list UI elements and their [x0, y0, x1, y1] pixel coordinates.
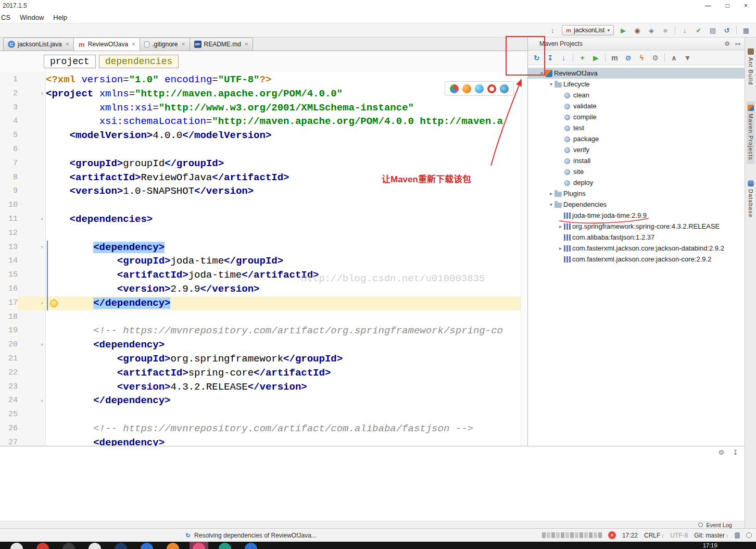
maven-settings-icon[interactable]: ⚙ — [651, 54, 660, 62]
menu-item-help[interactable]: Help — [48, 13, 72, 22]
tree-item-com.fasterxml.jackson.core:jackson-core:2.9.2[interactable]: com.fasterxml.jackson.core:jackson-core:… — [528, 254, 745, 265]
taskbar-app-icon[interactable] — [89, 543, 101, 549]
code-line[interactable]: 14 <groupId>joda-time</groupId> — [0, 254, 527, 268]
vcs-commit-icon[interactable]: ✔ — [694, 27, 703, 34]
encoding-widget[interactable]: UTF-8 — [670, 532, 688, 539]
tree-item-joda-time:joda-time:2.9.9[interactable]: joda-time:joda-time:2.9.9 — [528, 210, 745, 221]
panel-settings-icon[interactable]: ⚙ — [724, 40, 730, 47]
tree-item-com.alibaba:fastjson:1.2.37[interactable]: com.alibaba:fastjson:1.2.37 — [528, 232, 745, 243]
close-tab-icon[interactable]: × — [245, 41, 248, 48]
tree-item-validate[interactable]: validate — [528, 101, 745, 111]
taskbar-app-icon[interactable] — [245, 543, 257, 549]
expander-icon[interactable]: ▸ — [548, 191, 555, 196]
code-line[interactable]: 4 xsi:schemaLocation="http://maven.apach… — [0, 115, 527, 129]
stripe-button-ant-build[interactable]: Ant Build — [747, 45, 755, 89]
notifications-icon[interactable] — [746, 532, 752, 538]
taskbar-app-icon[interactable] — [10, 543, 23, 549]
safari-icon[interactable] — [475, 84, 484, 93]
taskbar-app-icon[interactable] — [219, 543, 231, 549]
close-tab-icon[interactable]: × — [66, 41, 69, 48]
tree-item-test[interactable]: test — [528, 122, 745, 133]
tree-item-com.fasterxml.jackson.core:jackson-databind:2.9.2[interactable]: ▸com.fasterxml.jackson.core:jackson-data… — [528, 243, 745, 254]
menu-item-cs[interactable]: CS — [0, 13, 15, 22]
code-line[interactable]: 23 <version>4.3.2.RELEASE</version> — [0, 380, 527, 394]
code-line[interactable]: 27 <dependency> — [0, 436, 527, 446]
tree-item-Dependencies[interactable]: ▾Dependencies — [528, 199, 745, 210]
taskbar-app-icon[interactable] — [141, 543, 153, 549]
firefox-icon[interactable] — [462, 84, 471, 93]
tab-ReviewOfJava[interactable]: mReviewOfJava× — [73, 38, 140, 51]
fold-marker-icon[interactable]: ▿ — [18, 87, 46, 101]
tree-item-clean[interactable]: clean — [528, 90, 745, 101]
event-log-button[interactable]: Event Log — [706, 522, 732, 528]
tree-item-site[interactable]: site — [528, 166, 745, 177]
expander-icon[interactable]: ▾ — [538, 70, 545, 76]
code-line[interactable]: 18 — [0, 310, 527, 325]
stop-icon[interactable]: ■ — [661, 27, 670, 34]
fold-marker-icon[interactable]: ▵ — [18, 296, 46, 310]
fold-marker-icon[interactable]: ▿ — [18, 338, 46, 352]
code-line[interactable]: 7 <groupId>groupId</groupId> — [0, 157, 527, 171]
generate-sources-icon[interactable]: ↧ — [546, 54, 555, 62]
code-line[interactable]: 20▿ <dependency> — [0, 338, 527, 352]
vcs-update-icon[interactable]: ↓ — [680, 27, 689, 34]
toolwindows-icon[interactable]: ▦ — [741, 27, 751, 34]
code-line[interactable]: 12 — [0, 227, 527, 241]
taskbar-app-icon[interactable] — [115, 543, 127, 549]
editor[interactable]: 1<?xml version="1.0" encoding="UTF-8"?>2… — [0, 72, 527, 446]
stripe-button-database[interactable]: Database — [747, 177, 755, 221]
minimize-button[interactable]: — — [705, 2, 711, 9]
code-line[interactable]: 13▿ <dependency> — [0, 241, 527, 255]
menu-item-window[interactable]: Window — [15, 13, 48, 22]
code-line[interactable]: 21 <groupId>org.springframework</groupId… — [0, 352, 527, 366]
hide-panel-icon[interactable]: ↦ — [735, 40, 740, 47]
code-line[interactable]: 22 <artifactId>spring-core</artifactId> — [0, 366, 527, 380]
chrome-icon[interactable] — [450, 84, 459, 93]
filter-icon[interactable]: ▼ — [683, 54, 692, 62]
tree-item-compile[interactable]: compile — [528, 111, 745, 122]
execute-goal-icon[interactable]: m — [610, 54, 619, 62]
taskbar-app-icon[interactable] — [36, 543, 49, 549]
vcs-changes-icon[interactable]: ▤ — [708, 27, 717, 34]
close-tab-icon[interactable]: × — [132, 41, 135, 48]
close-tab-icon[interactable]: × — [182, 41, 185, 48]
code-line[interactable]: 5 <modelVersion>4.0.0</modelVersion> — [0, 129, 527, 143]
tab-.gitignore[interactable]: .gitignore× — [140, 38, 190, 51]
tree-item-Plugins[interactable]: ▸Plugins — [528, 188, 745, 199]
intention-bulb-icon[interactable] — [50, 300, 58, 307]
code-line[interactable]: 26 <!-- https://mvnrepository.com/artifa… — [0, 422, 527, 436]
vcs-branch-widget[interactable]: Git: master↕ — [694, 532, 728, 539]
maximize-button[interactable]: □ — [726, 2, 729, 9]
tree-item-Lifecycle[interactable]: ▾Lifecycle — [528, 79, 745, 90]
tree-item-verify[interactable]: verify — [528, 144, 745, 155]
breadcrumb-dependencies[interactable]: dependencies — [99, 55, 179, 68]
tree-item-org.springframework:spring-core:4.3.2.RELEASE[interactable]: ▸org.springframework:spring-core:4.3.2.R… — [528, 221, 745, 232]
collapse-all-icon[interactable]: ∧ — [670, 54, 678, 62]
vcs-revert-icon[interactable]: ↺ — [722, 27, 732, 34]
tab-README.md[interactable]: MDREADME.md× — [190, 38, 253, 51]
code-line[interactable]: 9 <version>1.0-SNAPSHOT</version> — [0, 184, 527, 198]
tab-jacksonList.java[interactable]: CjacksonList.java× — [3, 38, 74, 51]
code-line[interactable]: 17▵ </dependency> — [0, 296, 527, 310]
code-line[interactable]: 11▿ <dependencies> — [0, 213, 527, 227]
fold-marker-icon[interactable]: ▿ — [18, 241, 46, 255]
taskbar-app-icon[interactable] — [62, 543, 75, 549]
run-icon[interactable]: ▶ — [619, 27, 628, 34]
cancel-progress-button[interactable]: × — [608, 531, 616, 539]
panel-gear-icon[interactable]: ⚙ — [718, 448, 724, 456]
panel-minimize-icon[interactable]: ↧ — [733, 448, 738, 456]
coverage-icon[interactable]: ◈ — [647, 27, 656, 34]
code-line[interactable]: 25 — [0, 408, 527, 422]
reimport-maven-icon[interactable]: ↻ — [532, 54, 541, 62]
taskbar-app-icon[interactable] — [167, 543, 179, 549]
debug-icon[interactable]: ◉ — [633, 27, 642, 34]
close-button[interactable]: × — [744, 2, 748, 9]
tree-item-ReviewOfJava[interactable]: ▾ReviewOfJava — [528, 68, 745, 79]
line-ending-widget[interactable]: CRLF↕ — [644, 532, 664, 539]
tree-item-deploy[interactable]: deploy — [528, 177, 745, 188]
code-line[interactable]: 10 — [0, 198, 527, 213]
ie-icon[interactable] — [500, 84, 509, 93]
expander-icon[interactable]: ▸ — [557, 245, 564, 251]
add-maven-project-icon[interactable]: + — [578, 54, 587, 62]
expander-icon[interactable]: ▾ — [548, 202, 555, 207]
